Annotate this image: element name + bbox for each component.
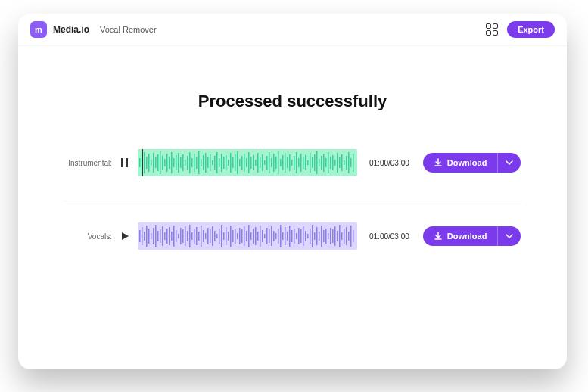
pause-icon[interactable] [120, 157, 130, 168]
svg-rect-157 [275, 233, 277, 239]
svg-rect-12 [162, 156, 163, 170]
svg-rect-189 [348, 232, 350, 241]
svg-rect-83 [323, 154, 325, 172]
download-dropdown-instrumental[interactable] [497, 153, 521, 173]
track-row-instrumental: Instrumental: 01:00/03:00 Download [64, 149, 521, 176]
track-label: Vocals: [64, 232, 112, 241]
svg-rect-82 [321, 156, 322, 170]
svg-rect-190 [350, 226, 352, 247]
svg-rect-168 [300, 229, 302, 243]
svg-rect-133 [221, 225, 222, 247]
svg-rect-117 [185, 226, 186, 246]
svg-rect-110 [169, 227, 170, 245]
waveform-instrumental[interactable] [138, 149, 357, 176]
svg-rect-146 [250, 232, 252, 240]
svg-rect-149 [257, 232, 259, 241]
download-button-instrumental[interactable]: Download [423, 153, 498, 173]
svg-rect-191 [353, 230, 354, 242]
svg-rect-5 [146, 157, 148, 169]
svg-rect-159 [280, 225, 282, 247]
svg-rect-37 [219, 158, 220, 167]
svg-rect-109 [166, 229, 168, 244]
svg-rect-92 [344, 160, 345, 165]
svg-rect-144 [246, 231, 247, 241]
svg-rect-29 [201, 159, 202, 166]
svg-rect-137 [230, 226, 232, 247]
svg-rect-6 [148, 154, 150, 172]
svg-rect-121 [194, 229, 195, 244]
svg-rect-46 [239, 159, 241, 166]
svg-rect-51 [250, 157, 252, 169]
svg-rect-184 [337, 231, 338, 241]
svg-rect-158 [278, 229, 279, 244]
chevron-down-icon [506, 160, 513, 165]
svg-rect-31 [205, 153, 207, 173]
download-icon [434, 158, 443, 167]
svg-rect-79 [314, 154, 316, 171]
svg-rect-172 [310, 229, 311, 244]
svg-rect-33 [210, 154, 211, 171]
track-time: 01:00/03:00 [369, 159, 409, 167]
tool-name: Vocal Remover [100, 25, 157, 34]
svg-rect-19 [178, 153, 179, 173]
svg-rect-140 [237, 233, 238, 239]
svg-rect-9 [155, 157, 157, 168]
svg-rect-90 [339, 157, 341, 168]
svg-rect-188 [346, 227, 347, 245]
svg-rect-42 [230, 153, 232, 173]
svg-rect-30 [203, 155, 204, 170]
apps-grid-icon[interactable] [486, 23, 498, 36]
svg-rect-171 [307, 234, 309, 238]
svg-rect-40 [226, 155, 227, 170]
svg-rect-10 [157, 154, 159, 171]
svg-rect-68 [289, 154, 291, 171]
svg-rect-52 [253, 155, 254, 170]
svg-rect-148 [255, 227, 257, 245]
download-dropdown-vocals[interactable] [497, 226, 521, 246]
svg-rect-56 [262, 154, 263, 171]
svg-rect-98 [142, 227, 143, 245]
svg-rect-8 [153, 153, 154, 173]
page-title: Processed successfully [64, 92, 521, 111]
chevron-down-icon [506, 234, 513, 238]
svg-rect-186 [341, 232, 343, 240]
svg-rect-125 [203, 230, 204, 242]
svg-rect-129 [212, 226, 213, 246]
svg-rect-65 [282, 155, 284, 170]
svg-rect-59 [269, 152, 270, 173]
svg-rect-183 [334, 226, 336, 246]
waveform-vocals[interactable] [138, 222, 357, 250]
svg-rect-24 [189, 152, 191, 173]
playhead[interactable] [142, 149, 143, 176]
export-button[interactable]: Export [507, 21, 555, 38]
download-icon [434, 232, 443, 241]
svg-rect-130 [214, 231, 216, 241]
svg-rect-99 [144, 232, 145, 241]
svg-rect-139 [235, 229, 236, 244]
logo-icon: m [30, 21, 47, 38]
svg-rect-88 [334, 160, 336, 166]
svg-rect-134 [223, 232, 225, 240]
svg-rect-26 [194, 154, 195, 172]
svg-rect-141 [239, 228, 241, 244]
svg-rect-164 [291, 230, 293, 242]
svg-rect-100 [146, 226, 148, 247]
svg-rect-104 [155, 225, 157, 247]
app-window: m Media.io Vocal Remover Export Processe… [18, 14, 567, 369]
svg-rect-178 [323, 230, 325, 242]
play-icon[interactable] [120, 231, 130, 241]
svg-rect-145 [248, 225, 250, 247]
svg-rect-0 [121, 158, 123, 167]
svg-rect-95 [350, 158, 352, 167]
svg-rect-72 [298, 158, 300, 167]
svg-rect-22 [185, 160, 186, 166]
header: m Media.io Vocal Remover Export [18, 14, 567, 46]
svg-rect-49 [246, 158, 247, 167]
download-button-vocals[interactable]: Download [423, 226, 498, 246]
svg-rect-163 [289, 226, 291, 247]
svg-rect-150 [260, 226, 261, 247]
svg-rect-115 [180, 228, 182, 244]
svg-rect-165 [294, 229, 295, 244]
svg-rect-39 [223, 157, 225, 169]
svg-rect-126 [205, 233, 207, 239]
